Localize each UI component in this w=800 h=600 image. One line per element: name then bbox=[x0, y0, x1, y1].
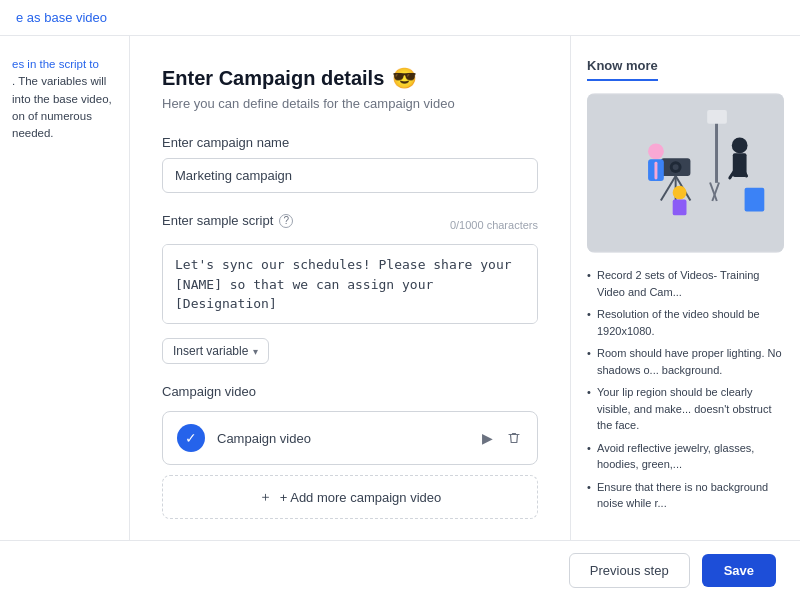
tips-list: Record 2 sets of Videos- Training Video … bbox=[587, 267, 784, 512]
tip-item: Resolution of the video should be 1920x1… bbox=[587, 306, 784, 339]
campaign-name-group: Enter campaign name bbox=[162, 135, 538, 193]
svg-point-17 bbox=[732, 138, 748, 154]
left-panel: es in the script to . The variables will… bbox=[0, 36, 130, 600]
svg-rect-16 bbox=[673, 200, 687, 216]
illustration bbox=[587, 93, 784, 253]
svg-rect-21 bbox=[745, 188, 765, 212]
video-actions: ▶ bbox=[480, 428, 523, 448]
script-group: Enter sample script ? 0/1000 characters … bbox=[162, 213, 538, 364]
main-content: Enter Campaign details 😎 Here you can de… bbox=[130, 36, 570, 540]
delete-button[interactable] bbox=[505, 429, 523, 447]
video-item: ✓ Campaign video ▶ bbox=[162, 411, 538, 465]
right-panel: Know more bbox=[570, 36, 800, 540]
tip-item: Record 2 sets of Videos- Training Video … bbox=[587, 267, 784, 300]
play-button[interactable]: ▶ bbox=[480, 428, 495, 448]
left-panel-description: es in the script to . The variables will… bbox=[12, 56, 117, 142]
bottom-bar: Previous step Save bbox=[0, 540, 800, 600]
plus-icon: ＋ bbox=[259, 488, 272, 506]
script-help-icon[interactable]: ? bbox=[279, 214, 293, 228]
char-count: 0/1000 characters bbox=[450, 219, 538, 231]
page-title: Enter Campaign details 😎 bbox=[162, 66, 538, 90]
svg-rect-1 bbox=[715, 114, 718, 183]
tip-item: Your lip region should be clearly visibl… bbox=[587, 384, 784, 434]
previous-step-button[interactable]: Previous step bbox=[569, 553, 690, 588]
title-emoji: 😎 bbox=[392, 66, 417, 90]
svg-rect-2 bbox=[707, 110, 727, 124]
campaign-video-group: Campaign video ✓ Campaign video ▶ ＋ + Ad… bbox=[162, 384, 538, 519]
tip-item: Avoid reflective jewelry, glasses, hoodi… bbox=[587, 440, 784, 473]
insert-variable-button[interactable]: Insert variable ▾ bbox=[162, 338, 269, 364]
campaign-video-label: Campaign video bbox=[162, 384, 538, 399]
campaign-name-input[interactable] bbox=[162, 158, 538, 193]
chevron-down-icon: ▾ bbox=[253, 346, 258, 357]
tip-item: Ensure that there is no background noise… bbox=[587, 479, 784, 512]
top-bar: e as base video bbox=[0, 0, 800, 36]
script-textarea[interactable]: Let's sync our schedules! Please share y… bbox=[162, 244, 538, 324]
tip-item: Room should have proper lighting. No sha… bbox=[587, 345, 784, 378]
page-subtitle: Here you can define details for the camp… bbox=[162, 96, 538, 111]
video-check-icon: ✓ bbox=[177, 424, 205, 452]
video-name: Campaign video bbox=[217, 431, 468, 446]
add-video-button[interactable]: ＋ + Add more campaign video bbox=[162, 475, 538, 519]
svg-point-15 bbox=[673, 186, 687, 200]
know-more-title: Know more bbox=[587, 58, 658, 81]
save-button[interactable]: Save bbox=[702, 554, 776, 587]
top-bar-text: e as base video bbox=[16, 10, 107, 25]
svg-point-8 bbox=[673, 164, 679, 170]
svg-point-12 bbox=[648, 143, 664, 159]
campaign-name-label: Enter campaign name bbox=[162, 135, 538, 150]
script-label: Enter sample script ? bbox=[162, 213, 293, 228]
